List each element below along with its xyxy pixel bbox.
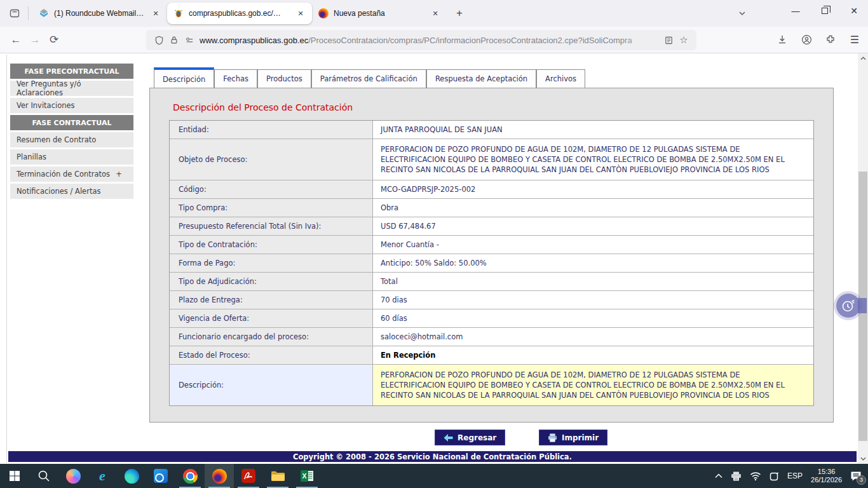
row-label: Forma de Pago: xyxy=(170,254,373,272)
restore-icon xyxy=(822,8,828,14)
page-scrollbar[interactable] xyxy=(858,53,868,464)
copyright-footer: Copyright © 2008 - 2026 Servicio Naciona… xyxy=(8,451,857,462)
taskbar-file-explorer-button[interactable] xyxy=(263,464,292,488)
table-row-funcionario: Funcionario encargado del proceso: saloc… xyxy=(170,328,813,346)
back-button[interactable]: ← xyxy=(6,30,25,50)
shield-icon[interactable] xyxy=(151,32,166,48)
regresar-button[interactable]: Regresar xyxy=(435,430,505,445)
imprimir-label: Imprimir xyxy=(562,433,599,442)
lock-icon[interactable] xyxy=(166,32,182,48)
tab-parametros-calificacion[interactable]: Parámetros de Calificación xyxy=(311,69,426,88)
tray-date: 26/1/2026 xyxy=(811,476,842,484)
taskbar-firefox-button[interactable] xyxy=(205,464,234,488)
taskbar-search-button[interactable] xyxy=(29,464,58,488)
excel-icon: X xyxy=(300,470,314,482)
expand-plus-icon[interactable]: + xyxy=(116,170,122,179)
downloads-icon[interactable] xyxy=(773,30,792,49)
page-viewport: FASE PRECONTRACTUAL Ver Preguntas y/ó Ac… xyxy=(0,53,868,464)
scroll-down-icon[interactable] xyxy=(858,454,868,464)
tab-descripcion[interactable]: Descripción xyxy=(154,67,214,88)
tab-productos[interactable]: Productos xyxy=(257,69,311,88)
system-tray: ESP 15:36 26/1/2026 3 xyxy=(715,464,868,488)
close-tab-icon[interactable]: ✕ xyxy=(429,7,442,20)
tray-wifi-icon[interactable] xyxy=(750,471,761,480)
row-label: Entidad: xyxy=(170,121,373,139)
timer-extension-widget[interactable] xyxy=(836,294,860,318)
clock-widget[interactable]: 15:36 26/1/2026 xyxy=(811,468,842,484)
table-row-entidad: Entidad: JUNTA PARROQUIAL DE SAN JUAN xyxy=(170,121,813,139)
browser-titlebar: (1) Roundcube Webmail :: Entra ✕ compras… xyxy=(0,0,868,27)
file-explorer-icon xyxy=(271,470,285,482)
menu-hamburger-icon[interactable]: ☰ xyxy=(845,30,864,49)
reload-button[interactable]: ⟳ xyxy=(44,30,64,50)
sidebar-item-notificaciones-alertas[interactable]: Notificaciones / Alertas xyxy=(10,184,133,199)
close-window-button[interactable]: ✕ xyxy=(841,0,867,22)
taskbar-internet-explorer-button[interactable]: e xyxy=(88,464,117,488)
imprimir-button[interactable]: Imprimir xyxy=(539,430,607,445)
sidebar-item-ver-invitaciones[interactable]: Ver Invitaciones xyxy=(10,98,133,113)
sidebar-item-terminacion-contratos[interactable]: Terminación de Contratos + xyxy=(10,166,133,182)
close-tab-icon[interactable]: ✕ xyxy=(149,7,162,20)
row-value: 70 dias xyxy=(373,291,813,309)
close-tab-icon[interactable]: ✕ xyxy=(294,7,307,20)
scroll-up-icon[interactable] xyxy=(858,53,868,64)
row-value: Menor Cuantía - xyxy=(373,236,813,254)
firefox-view-icon[interactable] xyxy=(5,4,24,23)
row-label: Tipo de Contratación: xyxy=(170,236,373,254)
tab-title: compraspublicas.gob.ec/Proces xyxy=(189,9,284,18)
table-row-tipo-adjudicacion: Tipo de Adjudicación: Total xyxy=(170,273,813,291)
tray-printer-icon[interactable] xyxy=(731,471,742,481)
browser-tab-roundcube[interactable]: (1) Roundcube Webmail :: Entra ✕ xyxy=(32,3,167,24)
row-value: JUNTA PARROQUIAL DE SAN JUAN xyxy=(373,121,813,139)
account-icon[interactable] xyxy=(797,30,816,49)
row-label: Estado del Proceso: xyxy=(170,346,373,364)
taskbar-outlook-button[interactable] xyxy=(146,464,175,488)
process-content-box: Descripción del Proceso de Contratación … xyxy=(149,88,834,423)
permissions-icon[interactable] xyxy=(182,32,197,48)
taskbar-copilot-button[interactable] xyxy=(58,464,88,488)
tab-title: Nueva pestaña xyxy=(334,9,385,18)
taskbar-excel-button[interactable]: X xyxy=(292,464,322,488)
table-row-plazo-entrega: Plazo de Entrega: 70 dias xyxy=(170,291,813,309)
svg-text:X: X xyxy=(302,472,306,480)
tab-archivos[interactable]: Archivos xyxy=(536,69,585,88)
acrobat-icon xyxy=(241,469,255,483)
list-tabs-chevron-icon[interactable] xyxy=(734,5,750,22)
table-row-descripcion: Descripción: PERFORACION DE POZO PROFUND… xyxy=(170,365,813,405)
row-label: Tipo de Adjudicación: xyxy=(170,273,373,290)
toolbar-right-icons: ☰ xyxy=(773,30,864,49)
minimize-button[interactable]: — xyxy=(783,0,808,22)
url-text[interactable]: www.compraspublicas.gob.ec/ProcesoContra… xyxy=(200,36,661,45)
sidebar-item-resumen-contrato[interactable]: Resumen de Contrato xyxy=(10,132,133,147)
tab-respuesta-aceptacion[interactable]: Respuesta de Aceptación xyxy=(426,69,536,88)
sidebar-item-ver-preguntas[interactable]: Ver Preguntas y/ó Aclaraciones xyxy=(10,81,133,96)
table-row-objeto: Objeto de Proceso: PERFORACION DE POZO P… xyxy=(170,139,813,180)
browser-tab-nueva-pestana[interactable]: Nueva pestaña ✕ xyxy=(312,3,447,24)
browser-tab-compraspublicas[interactable]: compraspublicas.gob.ec/Proces ✕ xyxy=(167,3,312,24)
reader-view-icon[interactable] xyxy=(661,32,676,48)
notification-badge: 3 xyxy=(857,475,866,485)
taskbar-chrome-button[interactable] xyxy=(175,464,205,488)
table-row-estado: Estado del Proceso: En Recepción xyxy=(170,346,813,365)
url-domain: www.compraspublicas.gob.ec xyxy=(200,36,308,45)
tab-fechas[interactable]: Fechas xyxy=(214,69,257,88)
restore-button[interactable] xyxy=(812,0,837,22)
notification-center-button[interactable]: 3 xyxy=(850,471,862,482)
taskbar-edge-button[interactable] xyxy=(117,464,146,488)
tray-app-icon[interactable] xyxy=(770,471,779,481)
forward-button[interactable]: → xyxy=(25,30,44,50)
divider xyxy=(28,6,29,20)
tray-chevron-up-icon[interactable] xyxy=(715,473,722,478)
start-button[interactable] xyxy=(0,464,29,488)
firefox-icon xyxy=(212,469,227,484)
row-label: Funcionario encargado del proceso: xyxy=(170,328,373,346)
tray-time: 15:36 xyxy=(811,468,842,476)
url-bar[interactable]: www.compraspublicas.gob.ec/ProcesoContra… xyxy=(146,30,696,50)
sidebar-item-planillas[interactable]: Planillas xyxy=(10,149,133,165)
bookmark-star-icon[interactable]: ☆ xyxy=(676,32,691,48)
taskbar-acrobat-button[interactable] xyxy=(234,464,263,488)
new-tab-button[interactable]: + xyxy=(451,4,468,22)
language-indicator[interactable]: ESP xyxy=(787,471,803,480)
table-row-forma-pago: Forma de Pago: Anticipo: 50% Saldo: 50.0… xyxy=(170,254,813,273)
extensions-icon[interactable] xyxy=(821,30,840,49)
